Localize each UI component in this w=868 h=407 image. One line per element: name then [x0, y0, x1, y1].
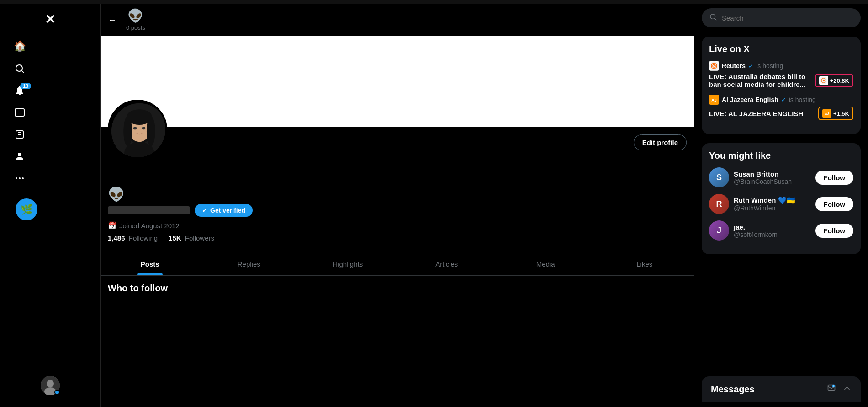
ruth-handle: @RuthWinden	[734, 204, 811, 212]
tab-media[interactable]: Media	[496, 253, 595, 275]
followers-stat[interactable]: 15K Followers	[169, 234, 214, 242]
svg-rect-2	[15, 109, 24, 116]
susan-avatar: S	[709, 167, 729, 187]
user-avatar-section[interactable]	[33, 369, 67, 402]
live-item-aljazeera[interactable]: AJ Al Jazeera English ✓ is hosting LIVE:…	[709, 95, 853, 120]
right-sidebar: Live on X Reuters ✓ is hosting	[694, 4, 868, 407]
premium-button[interactable]: 🌿	[16, 198, 37, 220]
notification-count: 13	[20, 83, 31, 89]
svg-point-6	[18, 153, 21, 156]
main-content: ← 👽 0 posts	[101, 4, 694, 407]
nav-list: 🏠 13	[0, 36, 100, 220]
profile-name-row: ✓ Get verified	[108, 204, 687, 217]
who-to-follow-title: Who to follow	[108, 283, 687, 294]
verified-check-icon: ✓	[202, 207, 207, 214]
you-might-like-widget: You might like S Susan Britton @BrainCoa…	[702, 143, 861, 254]
live-on-x-title: Live on X	[709, 44, 853, 54]
svg-point-30	[823, 80, 825, 81]
svg-point-18	[127, 109, 152, 125]
aljazeera-live-title: LIVE: AL JAZEERA ENGLISH	[709, 110, 815, 118]
jae-handle: @soft4ormkorn	[734, 231, 811, 238]
ruth-name: Ruth Winden 💙🇺🇦	[734, 196, 811, 204]
messages-icons	[827, 384, 852, 395]
susan-handle: @BrainCoachSusan	[734, 178, 811, 185]
svg-text:AJ: AJ	[711, 98, 717, 102]
sidebar-item-messages[interactable]	[7, 102, 93, 123]
topbar-avatar-icon: 👽	[127, 8, 143, 23]
compose-message-icon[interactable]	[827, 384, 836, 395]
tab-posts[interactable]: Posts	[101, 253, 200, 275]
topbar-profile-info: 👽 0 posts	[126, 8, 145, 31]
following-count: 1,486	[108, 234, 125, 242]
reuters-live-count[interactable]: +20.8K	[815, 74, 853, 87]
reuters-hosting-text: is hosting	[756, 62, 783, 70]
reuters-name: Reuters	[722, 62, 746, 70]
sidebar-item-more[interactable]	[7, 168, 93, 188]
messages-panel[interactable]: Messages	[702, 376, 861, 402]
x-logo[interactable]: ✕	[39, 8, 61, 30]
profile-stats: 1,486 Following 15K Followers	[108, 234, 687, 242]
follow-item-susan: S Susan Britton @BrainCoachSusan Follow	[709, 167, 853, 187]
svg-line-23	[715, 18, 716, 20]
sidebar-item-notifications[interactable]: 13	[7, 80, 93, 101]
svg-point-20	[142, 127, 146, 130]
tab-highlights[interactable]: Highlights	[298, 253, 397, 275]
sidebar-user-avatar	[41, 376, 60, 395]
reuters-host-row: Reuters ✓ is hosting	[709, 61, 853, 71]
tab-likes[interactable]: Likes	[595, 253, 694, 275]
follow-item-ruth: R Ruth Winden 💙🇺🇦 @RuthWinden Follow	[709, 194, 853, 214]
aljazeera-hosting-text: is hosting	[789, 96, 816, 103]
sidebar-item-explore[interactable]	[7, 59, 93, 79]
search-icon	[709, 13, 717, 23]
left-sidebar: ✕ 🏠 13	[0, 4, 101, 407]
sidebar-item-profile[interactable]	[7, 146, 93, 166]
tab-articles[interactable]: Articles	[397, 253, 497, 275]
svg-line-1	[22, 71, 24, 73]
followers-label: Followers	[185, 234, 214, 242]
explore-icon	[14, 63, 26, 74]
search-input[interactable]	[722, 14, 853, 22]
back-button[interactable]: ←	[108, 15, 117, 25]
ruth-info: Ruth Winden 💙🇺🇦 @RuthWinden	[734, 196, 811, 212]
profile-actions: Edit profile	[101, 127, 694, 154]
edit-profile-button[interactable]: Edit profile	[634, 134, 687, 150]
following-stat[interactable]: 1,486 Following	[108, 234, 158, 242]
svg-point-27	[714, 65, 715, 66]
tab-replies[interactable]: Replies	[200, 253, 299, 275]
live-item-reuters[interactable]: Reuters ✓ is hosting LIVE: Australia deb…	[709, 61, 853, 88]
profile-topbar: ← 👽 0 posts	[101, 4, 694, 36]
grok-icon	[14, 129, 26, 140]
messages-icon	[14, 107, 26, 118]
reuters-live-title-row: LIVE: Australia debates bill to ban soci…	[709, 73, 853, 88]
profile-banner	[101, 36, 694, 127]
profile-tabs: Posts Replies Highlights Articles Media …	[101, 253, 694, 276]
reuters-live-title: LIVE: Australia debates bill to ban soci…	[709, 73, 811, 88]
follow-button-susan[interactable]: Follow	[815, 171, 854, 185]
svg-point-19	[133, 127, 137, 130]
jae-avatar: J	[709, 220, 729, 241]
profile-icon	[14, 151, 26, 162]
follow-button-jae[interactable]: Follow	[815, 224, 854, 238]
follow-button-ruth[interactable]: Follow	[815, 197, 854, 211]
aljazeera-name: Al Jazeera English	[722, 96, 778, 103]
svg-point-8	[19, 177, 21, 179]
followers-count: 15K	[169, 234, 181, 242]
aljazeera-count-text: +1.5K	[833, 110, 849, 117]
more-icon	[14, 173, 26, 184]
aljazeera-count-avatar: AJ	[822, 109, 831, 118]
aljazeera-live-count[interactable]: AJ +1.5K	[818, 107, 853, 120]
follow-item-jae: J jae. @soft4ormkorn Follow	[709, 220, 853, 241]
get-verified-button[interactable]: ✓ Get verified	[195, 204, 253, 217]
svg-point-7	[16, 177, 17, 179]
search-bar[interactable]	[702, 8, 861, 27]
messages-title: Messages	[711, 384, 755, 395]
svg-point-11	[47, 380, 54, 387]
aljazeera-avatar: AJ	[709, 95, 719, 105]
online-dot	[54, 390, 60, 395]
sidebar-item-home[interactable]: 🏠	[7, 36, 93, 57]
aljazeera-host-row: AJ Al Jazeera English ✓ is hosting	[709, 95, 853, 105]
live-on-x-widget: Live on X Reuters ✓ is hosting	[702, 37, 861, 134]
reuters-verified: ✓	[748, 63, 753, 70]
sidebar-item-grok[interactable]	[7, 124, 93, 145]
expand-messages-icon[interactable]	[842, 384, 852, 395]
